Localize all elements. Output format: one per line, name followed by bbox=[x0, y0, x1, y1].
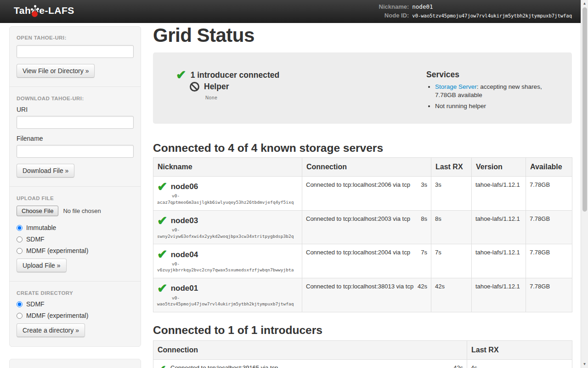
available-value: 7.78GB bbox=[526, 278, 572, 312]
helper-title: Helper bbox=[204, 82, 229, 92]
storage-server-link[interactable]: Storage Server bbox=[435, 83, 477, 90]
last-rx-value: 7s bbox=[431, 244, 472, 278]
available-value: 7.78GB bbox=[526, 244, 572, 278]
radio-immutable[interactable] bbox=[17, 225, 23, 231]
table-header-row: Connection Last RX bbox=[153, 341, 572, 360]
tahoe-balloon-icon bbox=[31, 5, 39, 17]
last-rx-value: 3s bbox=[431, 176, 472, 210]
col-connection: Connection bbox=[302, 157, 431, 176]
mkdir-format-sdmf[interactable]: SDMF bbox=[17, 300, 134, 308]
connected-check-icon: ✔ bbox=[176, 69, 187, 80]
col-version: Version bbox=[472, 157, 526, 176]
sidebar: OPEN TAHOE-URI: View File or Directory »… bbox=[9, 26, 141, 368]
col-last-rx: Last RX bbox=[431, 157, 472, 176]
create-directory-label: CREATE DIRECTORY bbox=[17, 290, 134, 296]
last-rx-value: 42s bbox=[431, 278, 472, 312]
radio-upload-sdmf-label: SDMF bbox=[26, 236, 45, 243]
download-uri-input[interactable] bbox=[17, 116, 134, 129]
scrollbar-thumb[interactable] bbox=[582, 7, 587, 212]
radio-mkdir-sdmf[interactable] bbox=[17, 301, 23, 307]
radio-mkdir-sdmf-label: SDMF bbox=[26, 300, 45, 308]
connection-text: Connected to tcp:localhost:2004 via tcp bbox=[306, 249, 410, 256]
col-connection: Connection bbox=[153, 341, 467, 360]
download-filename-input[interactable] bbox=[17, 145, 134, 158]
sidebar-actions-panel: OPEN TAHOE-URI: View File or Directory »… bbox=[9, 26, 141, 347]
node-id-label: Node ID: bbox=[379, 12, 409, 19]
top-navbar: Tah e-LAFS Nickname: node01 Node ID: v0-… bbox=[0, 0, 581, 23]
introducers-table: Connection Last RX ✔ Connected to tcp:lo… bbox=[153, 340, 572, 368]
services-title: Services bbox=[426, 70, 558, 80]
connection-since: 42s bbox=[418, 283, 427, 290]
upload-file-button[interactable]: Upload File » bbox=[17, 259, 67, 272]
radio-mkdir-mdmf[interactable] bbox=[17, 313, 23, 319]
services-list: Storage Server: accepting new shares, 7.… bbox=[426, 83, 558, 110]
filename-field-label: Filename bbox=[17, 135, 134, 142]
version-value: tahoe-lafs/1.12.1 bbox=[472, 210, 526, 244]
radio-upload-mdmf-label: MDMF (experimental) bbox=[26, 247, 88, 254]
radio-upload-sdmf[interactable] bbox=[17, 236, 23, 242]
choose-file-button[interactable]: Choose File bbox=[17, 206, 58, 216]
tahoe-lafs-logo[interactable]: Tah e-LAFS bbox=[14, 5, 74, 17]
nickname-label: Nickname: bbox=[379, 3, 409, 10]
services-panel: Services Storage Server: accepting new s… bbox=[426, 69, 558, 113]
open-uri-label: OPEN TAHOE-URI: bbox=[17, 35, 134, 40]
connection-since: 8s bbox=[421, 215, 427, 222]
introducers-heading: Connected to 1 of 1 introducers bbox=[153, 324, 572, 337]
connected-check-icon: ✔ bbox=[157, 364, 166, 368]
connection-text: Connected to tcp:localhost:2003 via tcp bbox=[306, 215, 410, 222]
scroll-up-arrow-icon[interactable]: ▲ bbox=[581, 1, 588, 6]
table-header-row: Nickname Connection Last RX Version Avai… bbox=[153, 157, 572, 176]
server-nickname: node03 bbox=[171, 216, 198, 225]
version-value: tahoe-lafs/1.12.1 bbox=[472, 176, 526, 210]
page-title: Grid Status bbox=[153, 25, 572, 46]
server-nickname: node01 bbox=[171, 284, 198, 293]
main-content: Grid Status ✔ 1 introducer connected Hel… bbox=[153, 23, 572, 368]
connection-since: 42s bbox=[453, 364, 463, 368]
upload-file-label: UPLOAD FILE bbox=[17, 196, 134, 201]
scroll-down-arrow-icon[interactable]: ▼ bbox=[581, 362, 588, 367]
mkdir-format-mdmf[interactable]: MDMF (experimental) bbox=[17, 312, 134, 319]
create-directory-button[interactable]: Create a directory » bbox=[17, 323, 85, 337]
vertical-scrollbar[interactable]: ▲ ▼ bbox=[581, 0, 588, 368]
tahoe-lafs-grid-status-page: Tah e-LAFS Nickname: node01 Node ID: v0-… bbox=[0, 0, 588, 368]
file-chosen-status: No file chosen bbox=[63, 207, 101, 214]
nickname-value: node01 bbox=[412, 3, 572, 10]
table-row: ✔ node03 v0-swny2viyw63ofxwi4x2yykd2woqj… bbox=[153, 210, 572, 244]
server-peerid: v0-swny2viyw63ofxwi4x2yykd2woqjbpx3cw34x… bbox=[157, 227, 298, 240]
storage-servers-heading: Connected to 4 of 4 known storage server… bbox=[153, 142, 572, 155]
server-nickname: node04 bbox=[171, 250, 198, 259]
col-available: Available bbox=[526, 157, 572, 176]
server-peerid: v0-wao5tzv45pmoju47jow7rvl4ukirjm5ytbh2k… bbox=[157, 295, 298, 308]
introducer-status-row: ✔ 1 introducer connected bbox=[176, 69, 426, 80]
download-uri-label: DOWNLOAD TAHOE-URI: bbox=[17, 96, 134, 101]
divider bbox=[10, 186, 141, 187]
server-peerid: v0-acaz7qptmeo6m3asjlgkb6iwlyuqey53hz26t… bbox=[157, 193, 298, 206]
helper-status-row: Helper bbox=[190, 82, 426, 92]
last-rx-value: 8s bbox=[431, 210, 472, 244]
table-row: ✔ node01 v0-wao5tzv45pmoju47jow7rvl4ukir… bbox=[153, 278, 572, 312]
upload-format-mdmf[interactable]: MDMF (experimental) bbox=[17, 247, 134, 254]
radio-upload-mdmf[interactable] bbox=[17, 248, 23, 254]
view-file-button[interactable]: View File or Directory » bbox=[17, 64, 95, 78]
open-uri-input[interactable] bbox=[17, 45, 134, 58]
divider bbox=[10, 86, 141, 87]
table-row: ✔ node06 v0-acaz7qptmeo6m3asjlgkb6iwlyuq… bbox=[153, 176, 572, 210]
last-rx-value: 4s bbox=[467, 360, 572, 368]
upload-format-immutable[interactable]: Immutable bbox=[17, 224, 134, 231]
storage-servers-table: Nickname Connection Last RX Version Avai… bbox=[153, 157, 572, 312]
server-nickname: node06 bbox=[171, 182, 198, 191]
radio-mkdir-mdmf-label: MDMF (experimental) bbox=[26, 312, 88, 319]
available-value: 7.78GB bbox=[526, 210, 572, 244]
divider bbox=[10, 281, 141, 282]
connection-since: 3s bbox=[421, 181, 427, 188]
download-file-button[interactable]: Download File » bbox=[17, 164, 74, 178]
version-value: tahoe-lafs/1.12.1 bbox=[472, 244, 526, 278]
helper-value-row: None bbox=[205, 93, 426, 101]
upload-format-sdmf[interactable]: SDMF bbox=[17, 236, 134, 243]
connection-text: Connected to tcp:localhost:38013 via tcp bbox=[306, 283, 413, 290]
connection-since: 7s bbox=[421, 249, 427, 256]
col-last-rx: Last RX bbox=[467, 341, 572, 360]
service-item: Not running helper bbox=[435, 102, 558, 110]
connected-check-icon: ✔ bbox=[157, 215, 168, 226]
introducers-connected-text: 1 introducer connected bbox=[191, 70, 280, 80]
